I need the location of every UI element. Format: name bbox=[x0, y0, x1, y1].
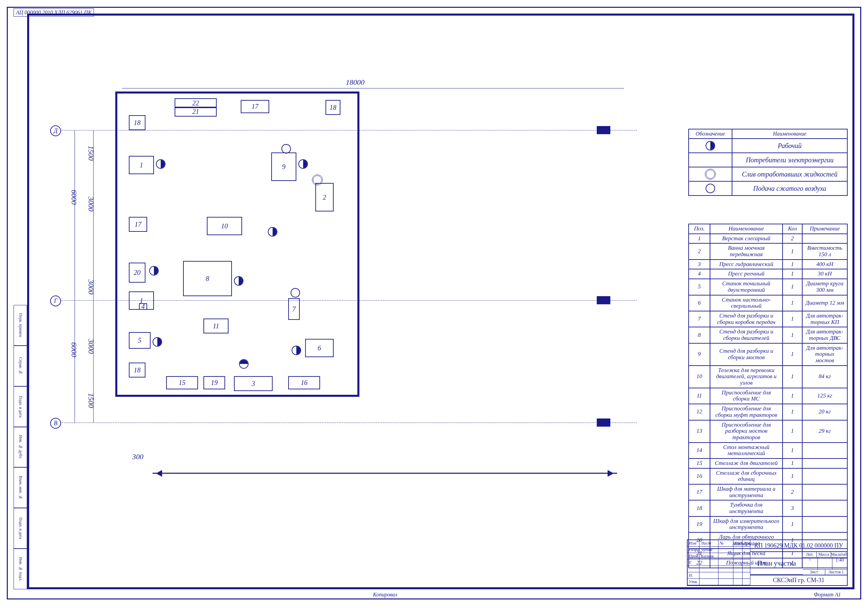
pillar bbox=[597, 126, 610, 134]
equipment-8: 8 bbox=[183, 261, 232, 296]
title-block: ИзмЛист№ докум.Подп.ДатаРазраб.Чубан Д. … bbox=[687, 539, 848, 586]
section-arrow bbox=[153, 473, 617, 474]
pillar bbox=[597, 418, 610, 427]
axis-line bbox=[60, 130, 637, 130]
worker-symbol bbox=[298, 159, 308, 169]
drawing-title: План участка bbox=[750, 552, 803, 575]
dim: 1500 bbox=[87, 146, 95, 161]
axis-line bbox=[60, 423, 637, 423]
dim: 6000 bbox=[70, 190, 78, 205]
equipment-15: 15 bbox=[166, 376, 198, 389]
equipment-18: 18 bbox=[129, 362, 146, 378]
equipment-10: 10 bbox=[207, 217, 242, 235]
equipment-19: 19 bbox=[203, 376, 225, 389]
equipment-7: 7 bbox=[288, 298, 300, 320]
wall bbox=[357, 91, 360, 396]
drain-symbol bbox=[312, 175, 323, 185]
worker-symbol bbox=[149, 266, 159, 276]
equipment-1: 1 bbox=[129, 156, 154, 174]
equipment-16: 16 bbox=[288, 376, 320, 389]
drawing-code: КП 190629 МДК 01.02 000000 ПУ bbox=[750, 540, 847, 552]
dim-line bbox=[93, 130, 94, 423]
equipment-21: 21 bbox=[175, 107, 217, 116]
equipment-11: 11 bbox=[203, 319, 228, 333]
legend-table: ОбозначениеНаименование РабочийПотребите… bbox=[688, 129, 848, 196]
worker-symbol bbox=[156, 159, 166, 169]
dim-width: 18000 bbox=[346, 78, 364, 87]
worker-symbol bbox=[234, 276, 243, 286]
worker-symbol bbox=[291, 346, 301, 355]
equipment-20: 20 bbox=[129, 263, 146, 283]
axis-marker: В bbox=[50, 418, 61, 429]
equipment-6: 6 bbox=[305, 339, 334, 357]
equipment-18: 18 bbox=[326, 100, 340, 115]
axis-line bbox=[60, 300, 637, 300]
axis-marker: Г bbox=[50, 296, 61, 306]
equipment-5: 5 bbox=[129, 332, 150, 349]
wall bbox=[115, 91, 360, 93]
axis-marker: Д bbox=[50, 125, 61, 136]
top-code: АЦ 000000 2010 ХДП 629061 ПК bbox=[14, 8, 94, 17]
pillar bbox=[597, 296, 610, 304]
floor-plan: 123567891011151617171818181920212214 bbox=[115, 81, 380, 437]
dim-line bbox=[122, 88, 624, 88]
parts-table: Поз. Наименование Кол Примечание 1Верста… bbox=[688, 224, 848, 568]
equipment-22: 22 bbox=[175, 98, 217, 108]
equipment-4: 4 bbox=[139, 303, 147, 310]
dim: 3000 bbox=[87, 280, 95, 294]
dim: 3000 bbox=[87, 339, 95, 354]
equipment-3: 3 bbox=[234, 376, 273, 391]
equipment-9: 9 bbox=[271, 152, 296, 181]
org: СКСЭиП гр. СМ-31 bbox=[750, 575, 847, 585]
dim-line bbox=[74, 130, 75, 423]
wall bbox=[115, 91, 117, 396]
worker-symbol bbox=[153, 337, 162, 347]
binding-strip: Перв. примен. Справ. № Подп. и дата Инв.… bbox=[14, 305, 27, 589]
worker-symbol bbox=[268, 227, 277, 237]
equipment-2: 2 bbox=[315, 183, 334, 211]
wall bbox=[115, 395, 360, 397]
dim: 1500 bbox=[87, 393, 95, 408]
dim: 3000 bbox=[87, 197, 95, 211]
dim: 300 bbox=[132, 452, 143, 461]
air-symbol bbox=[291, 288, 300, 297]
footer-format: Формат А1 bbox=[814, 592, 841, 598]
worker-symbol bbox=[239, 359, 248, 369]
equipment-17: 17 bbox=[129, 217, 147, 232]
equipment-18: 18 bbox=[129, 115, 146, 130]
footer-copy: Копировал bbox=[373, 592, 397, 598]
equipment-17: 17 bbox=[241, 100, 269, 113]
air-symbol bbox=[281, 144, 291, 153]
dim: 6000 bbox=[70, 342, 78, 357]
